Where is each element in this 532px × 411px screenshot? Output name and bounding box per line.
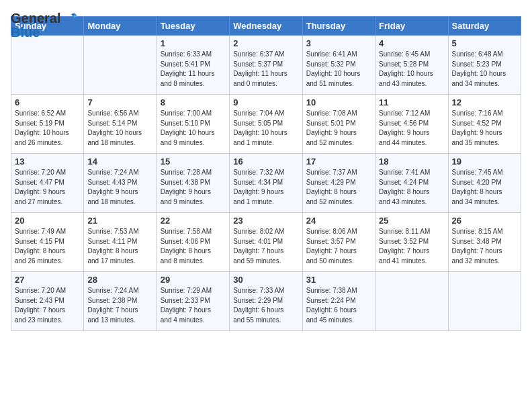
day-number: 19 xyxy=(452,156,517,167)
calendar-day-12: 12Sunrise: 7:16 AM Sunset: 4:52 PM Dayli… xyxy=(448,95,521,154)
calendar-week-row: 13Sunrise: 7:20 AM Sunset: 4:47 PM Dayli… xyxy=(11,154,521,213)
calendar-day-empty xyxy=(448,272,521,331)
day-number: 22 xyxy=(161,216,226,226)
day-number: 16 xyxy=(233,156,298,167)
header-tuesday: Tuesday xyxy=(157,17,229,36)
header-monday: Monday xyxy=(84,17,157,36)
day-info: Sunrise: 7:12 AM Sunset: 4:56 PM Dayligh… xyxy=(379,109,444,148)
calendar-day-31: 31Sunrise: 7:38 AM Sunset: 2:24 PM Dayli… xyxy=(302,272,375,331)
day-info: Sunrise: 7:53 AM Sunset: 4:11 PM Dayligh… xyxy=(87,227,152,266)
day-info: Sunrise: 7:41 AM Sunset: 4:24 PM Dayligh… xyxy=(379,168,444,207)
calendar-day-24: 24Sunrise: 8:06 AM Sunset: 3:57 PM Dayli… xyxy=(302,213,375,272)
day-info: Sunrise: 7:04 AM Sunset: 5:05 PM Dayligh… xyxy=(233,109,298,148)
day-number: 31 xyxy=(306,275,371,285)
day-number: 28 xyxy=(87,275,152,285)
day-number: 23 xyxy=(233,216,298,226)
calendar-day-30: 30Sunrise: 7:33 AM Sunset: 2:29 PM Dayli… xyxy=(230,272,302,331)
day-info: Sunrise: 6:41 AM Sunset: 5:32 PM Dayligh… xyxy=(306,50,371,89)
calendar-day-27: 27Sunrise: 7:20 AM Sunset: 2:43 PM Dayli… xyxy=(11,272,84,331)
day-info: Sunrise: 8:06 AM Sunset: 3:57 PM Dayligh… xyxy=(306,227,371,266)
day-number: 3 xyxy=(306,38,371,48)
calendar-day-28: 28Sunrise: 7:24 AM Sunset: 2:38 PM Dayli… xyxy=(84,272,157,331)
header-friday: Friday xyxy=(375,17,448,36)
calendar-day-21: 21Sunrise: 7:53 AM Sunset: 4:11 PM Dayli… xyxy=(84,213,157,272)
calendar-week-row: 27Sunrise: 7:20 AM Sunset: 2:43 PM Dayli… xyxy=(11,272,521,331)
logo-inner: General xyxy=(11,11,78,26)
calendar-day-20: 20Sunrise: 7:49 AM Sunset: 4:15 PM Dayli… xyxy=(11,213,84,272)
day-info: Sunrise: 7:33 AM Sunset: 2:29 PM Dayligh… xyxy=(233,286,298,325)
day-info: Sunrise: 7:37 AM Sunset: 4:29 PM Dayligh… xyxy=(306,168,371,207)
day-info: Sunrise: 7:00 AM Sunset: 5:10 PM Dayligh… xyxy=(161,109,226,148)
day-info: Sunrise: 7:24 AM Sunset: 2:38 PM Dayligh… xyxy=(87,286,152,325)
day-number: 26 xyxy=(452,216,517,226)
day-info: Sunrise: 6:52 AM Sunset: 5:19 PM Dayligh… xyxy=(15,109,80,148)
day-info: Sunrise: 8:02 AM Sunset: 4:01 PM Dayligh… xyxy=(233,227,298,266)
day-info: Sunrise: 7:08 AM Sunset: 5:01 PM Dayligh… xyxy=(306,109,371,148)
day-number: 30 xyxy=(233,275,298,285)
logo-container: General Blue xyxy=(11,11,78,40)
calendar-day-1: 1Sunrise: 6:33 AM Sunset: 5:41 PM Daylig… xyxy=(157,36,229,95)
day-info: Sunrise: 7:16 AM Sunset: 4:52 PM Dayligh… xyxy=(452,109,517,148)
day-number: 13 xyxy=(15,156,80,167)
day-number: 12 xyxy=(452,97,517,107)
calendar-day-25: 25Sunrise: 8:11 AM Sunset: 3:52 PM Dayli… xyxy=(375,213,448,272)
calendar-day-7: 7Sunrise: 6:56 AM Sunset: 5:14 PM Daylig… xyxy=(84,95,157,154)
calendar-week-row: 6Sunrise: 6:52 AM Sunset: 5:19 PM Daylig… xyxy=(11,95,521,154)
day-number: 29 xyxy=(161,275,226,285)
calendar-day-10: 10Sunrise: 7:08 AM Sunset: 5:01 PM Dayli… xyxy=(302,95,375,154)
calendar-header-row: SundayMondayTuesdayWednesdayThursdayFrid… xyxy=(11,17,521,36)
calendar-day-empty xyxy=(375,272,448,331)
day-number: 25 xyxy=(379,216,444,226)
day-info: Sunrise: 7:24 AM Sunset: 4:43 PM Dayligh… xyxy=(87,168,152,207)
calendar-week-row: 20Sunrise: 7:49 AM Sunset: 4:15 PM Dayli… xyxy=(11,213,521,272)
calendar-day-2: 2Sunrise: 6:37 AM Sunset: 5:37 PM Daylig… xyxy=(230,36,302,95)
calendar-day-19: 19Sunrise: 7:45 AM Sunset: 4:20 PM Dayli… xyxy=(448,154,521,213)
day-info: Sunrise: 6:48 AM Sunset: 5:23 PM Dayligh… xyxy=(452,50,517,89)
day-number: 18 xyxy=(379,156,444,167)
calendar-day-22: 22Sunrise: 7:58 AM Sunset: 4:06 PM Dayli… xyxy=(157,213,229,272)
day-number: 15 xyxy=(161,156,226,167)
day-info: Sunrise: 7:32 AM Sunset: 4:34 PM Dayligh… xyxy=(233,168,298,207)
calendar-day-4: 4Sunrise: 6:45 AM Sunset: 5:28 PM Daylig… xyxy=(375,36,448,95)
calendar-day-23: 23Sunrise: 8:02 AM Sunset: 4:01 PM Dayli… xyxy=(230,213,302,272)
calendar-day-26: 26Sunrise: 8:15 AM Sunset: 3:48 PM Dayli… xyxy=(448,213,521,272)
day-number: 24 xyxy=(306,216,371,226)
day-info: Sunrise: 6:45 AM Sunset: 5:28 PM Dayligh… xyxy=(379,50,444,89)
calendar-day-8: 8Sunrise: 7:00 AM Sunset: 5:10 PM Daylig… xyxy=(157,95,229,154)
header-wednesday: Wednesday xyxy=(230,17,302,36)
calendar-day-14: 14Sunrise: 7:24 AM Sunset: 4:43 PM Dayli… xyxy=(84,154,157,213)
calendar-day-5: 5Sunrise: 6:48 AM Sunset: 5:23 PM Daylig… xyxy=(448,36,521,95)
day-info: Sunrise: 7:20 AM Sunset: 4:47 PM Dayligh… xyxy=(15,168,80,207)
day-info: Sunrise: 7:58 AM Sunset: 4:06 PM Dayligh… xyxy=(161,227,226,266)
header-saturday: Saturday xyxy=(448,17,521,36)
calendar-day-9: 9Sunrise: 7:04 AM Sunset: 5:05 PM Daylig… xyxy=(230,95,302,154)
day-info: Sunrise: 6:56 AM Sunset: 5:14 PM Dayligh… xyxy=(87,109,152,148)
day-info: Sunrise: 8:11 AM Sunset: 3:52 PM Dayligh… xyxy=(379,227,444,266)
logo-bird-svg xyxy=(62,12,78,26)
calendar-day-empty xyxy=(84,36,157,95)
day-number: 11 xyxy=(379,97,444,107)
header-thursday: Thursday xyxy=(302,17,375,36)
day-info: Sunrise: 7:28 AM Sunset: 4:38 PM Dayligh… xyxy=(161,168,226,207)
day-number: 4 xyxy=(379,38,444,48)
day-number: 5 xyxy=(452,38,517,48)
day-info: Sunrise: 7:49 AM Sunset: 4:15 PM Dayligh… xyxy=(15,227,80,266)
day-info: Sunrise: 7:29 AM Sunset: 2:33 PM Dayligh… xyxy=(161,286,226,325)
day-number: 10 xyxy=(306,97,371,107)
day-info: Sunrise: 7:20 AM Sunset: 2:43 PM Dayligh… xyxy=(15,286,80,325)
day-number: 20 xyxy=(15,216,80,226)
calendar-day-16: 16Sunrise: 7:32 AM Sunset: 4:34 PM Dayli… xyxy=(230,154,302,213)
calendar-day-17: 17Sunrise: 7:37 AM Sunset: 4:29 PM Dayli… xyxy=(302,154,375,213)
day-number: 21 xyxy=(87,216,152,226)
calendar-week-row: 1Sunrise: 6:33 AM Sunset: 5:41 PM Daylig… xyxy=(11,36,521,95)
calendar-day-11: 11Sunrise: 7:12 AM Sunset: 4:56 PM Dayli… xyxy=(375,95,448,154)
day-number: 17 xyxy=(306,156,371,167)
day-number: 2 xyxy=(233,38,298,48)
day-number: 8 xyxy=(161,97,226,107)
logo-general-text: General xyxy=(11,11,60,26)
calendar-day-6: 6Sunrise: 6:52 AM Sunset: 5:19 PM Daylig… xyxy=(11,95,84,154)
day-info: Sunrise: 7:45 AM Sunset: 4:20 PM Dayligh… xyxy=(452,168,517,207)
calendar-table: SundayMondayTuesdayWednesdayThursdayFrid… xyxy=(11,16,521,331)
day-number: 9 xyxy=(233,97,298,107)
calendar-day-18: 18Sunrise: 7:41 AM Sunset: 4:24 PM Dayli… xyxy=(375,154,448,213)
